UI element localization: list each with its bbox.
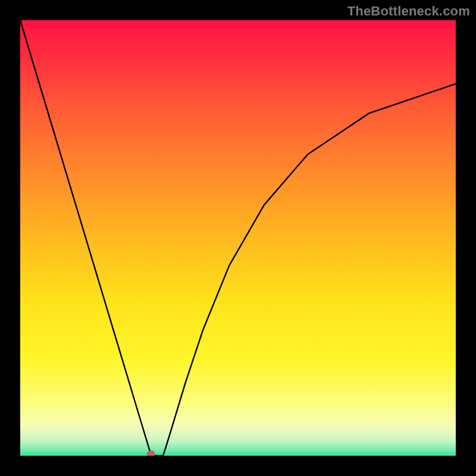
plot-area: [20, 20, 456, 456]
chart-frame: TheBottleneck.com: [0, 0, 476, 476]
chart-svg: [20, 20, 456, 456]
watermark-text: TheBottleneck.com: [347, 4, 470, 19]
